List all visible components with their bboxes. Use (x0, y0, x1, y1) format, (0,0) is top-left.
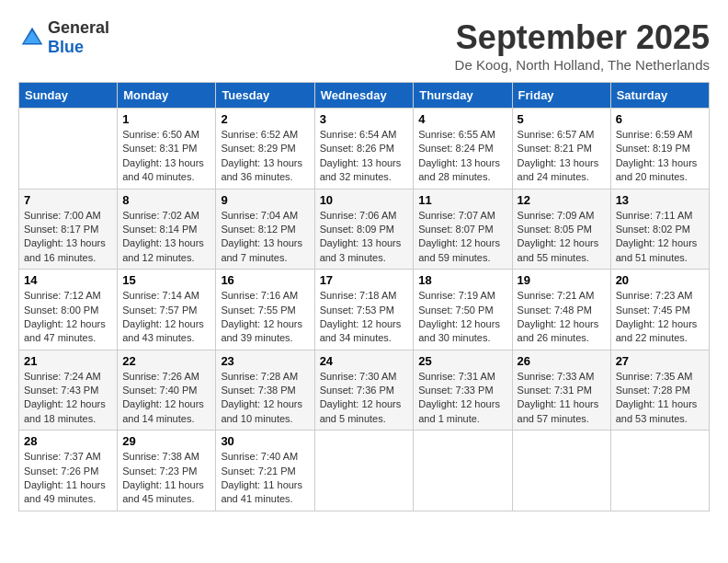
day-number: 6 (616, 112, 704, 126)
day-info-line: Daylight: 12 hours (518, 318, 599, 329)
calendar-cell: 24Sunrise: 7:30 AMSunset: 7:36 PMDayligh… (314, 350, 414, 431)
day-info-line: Sunrise: 7:12 AM (24, 290, 101, 301)
day-info-line: Sunset: 8:31 PM (122, 143, 197, 154)
calendar-cell: 19Sunrise: 7:21 AMSunset: 7:48 PMDayligh… (512, 270, 610, 350)
weekday-header-row: SundayMondayTuesdayWednesdayThursdayFrid… (19, 83, 710, 109)
day-number: 24 (320, 354, 409, 368)
day-info: Sunrise: 7:35 AMSunset: 7:28 PMDaylight:… (616, 370, 704, 427)
weekday-header-thursday: Thursday (414, 83, 512, 109)
weekday-header-tuesday: Tuesday (216, 83, 314, 109)
day-info-line: and 41 minutes. (221, 493, 292, 504)
day-info-line: Daylight: 12 hours (418, 237, 500, 248)
day-number: 8 (122, 193, 210, 207)
day-info-line: and 51 minutes. (616, 252, 688, 263)
day-info: Sunrise: 7:18 AMSunset: 7:53 PMDaylight:… (320, 289, 409, 346)
day-info-line: Sunset: 7:36 PM (320, 385, 394, 396)
calendar-cell: 21Sunrise: 7:24 AMSunset: 7:43 PMDayligh… (19, 350, 118, 431)
day-info-line: Sunrise: 7:30 AM (320, 371, 397, 382)
day-info-line: Sunrise: 7:09 AM (518, 210, 595, 221)
day-info-line: Daylight: 13 hours (616, 157, 698, 168)
day-info-line: Sunrise: 7:18 AM (320, 290, 397, 301)
day-info-line: and 16 minutes. (24, 252, 96, 263)
day-info-line: Daylight: 12 hours (24, 318, 106, 329)
day-info-line: Sunrise: 7:06 AM (320, 210, 397, 221)
day-info-line: Sunrise: 6:59 AM (616, 129, 693, 140)
calendar-cell: 7Sunrise: 7:00 AMSunset: 8:17 PMDaylight… (19, 189, 118, 270)
day-info-line: Sunrise: 6:50 AM (122, 129, 199, 140)
calendar-cell: 13Sunrise: 7:11 AMSunset: 8:02 PMDayligh… (610, 189, 709, 270)
day-info: Sunrise: 7:26 AMSunset: 7:40 PMDaylight:… (122, 370, 210, 427)
day-info-line: and 10 minutes. (221, 413, 292, 424)
calendar-week-row: 28Sunrise: 7:37 AMSunset: 7:26 PMDayligh… (19, 431, 710, 511)
weekday-header-saturday: Saturday (610, 83, 709, 109)
day-info-line: Daylight: 12 hours (122, 398, 204, 409)
day-number: 22 (122, 354, 210, 368)
calendar-cell: 14Sunrise: 7:12 AMSunset: 8:00 PMDayligh… (19, 270, 118, 350)
day-info-line: Sunrise: 7:31 AM (418, 371, 495, 382)
day-info: Sunrise: 7:00 AMSunset: 8:17 PMDaylight:… (24, 209, 112, 266)
day-info-line: Sunset: 8:17 PM (24, 224, 98, 235)
day-info-line: Sunset: 7:40 PM (122, 385, 197, 396)
day-info-line: and 36 minutes. (221, 171, 292, 182)
page-header: General Blue September 2025 De Koog, Nor… (18, 18, 710, 73)
calendar-cell: 18Sunrise: 7:19 AMSunset: 7:50 PMDayligh… (414, 270, 512, 350)
day-info-line: and 7 minutes. (221, 252, 287, 263)
day-info-line: and 26 minutes. (518, 332, 589, 343)
day-info: Sunrise: 6:54 AMSunset: 8:26 PMDaylight:… (320, 128, 409, 185)
day-info: Sunrise: 7:14 AMSunset: 7:57 PMDaylight:… (122, 289, 210, 346)
day-number: 29 (122, 434, 210, 448)
day-info-line: Daylight: 12 hours (418, 318, 500, 329)
day-info-line: and 49 minutes. (24, 493, 96, 504)
day-info: Sunrise: 7:06 AMSunset: 8:09 PMDaylight:… (320, 209, 409, 266)
weekday-header-friday: Friday (512, 83, 610, 109)
day-info: Sunrise: 7:04 AMSunset: 8:12 PMDaylight:… (221, 209, 309, 266)
day-number: 11 (418, 193, 506, 207)
day-number: 17 (320, 273, 409, 287)
day-info-line: Daylight: 11 hours (518, 398, 599, 409)
calendar-cell (414, 431, 512, 511)
day-info: Sunrise: 7:11 AMSunset: 8:02 PMDaylight:… (616, 209, 704, 266)
day-info: Sunrise: 7:19 AMSunset: 7:50 PMDaylight:… (418, 289, 506, 346)
day-info-line: and 12 minutes. (122, 252, 194, 263)
day-info: Sunrise: 6:52 AMSunset: 8:29 PMDaylight:… (221, 128, 309, 185)
day-info: Sunrise: 7:23 AMSunset: 7:45 PMDaylight:… (616, 289, 704, 346)
day-info-line: Sunrise: 7:40 AM (221, 451, 298, 462)
day-number: 23 (221, 354, 309, 368)
day-info-line: Sunset: 7:53 PM (320, 304, 394, 316)
day-info-line: Sunset: 7:50 PM (418, 304, 493, 316)
day-info: Sunrise: 7:24 AMSunset: 7:43 PMDaylight:… (24, 370, 112, 427)
day-info-line: Sunset: 7:38 PM (221, 385, 295, 396)
day-number: 20 (616, 273, 704, 287)
day-number: 26 (518, 354, 606, 368)
day-info-line: Sunrise: 7:26 AM (122, 371, 199, 382)
day-info-line: Daylight: 12 hours (320, 318, 402, 329)
day-number: 27 (616, 354, 704, 368)
day-info-line: Sunrise: 7:11 AM (616, 210, 693, 221)
day-info: Sunrise: 7:07 AMSunset: 8:07 PMDaylight:… (418, 209, 506, 266)
day-info-line: Sunrise: 6:55 AM (418, 129, 495, 140)
day-info: Sunrise: 7:21 AMSunset: 7:48 PMDaylight:… (518, 289, 606, 346)
day-info: Sunrise: 7:40 AMSunset: 7:21 PMDaylight:… (221, 450, 309, 507)
day-info-line: Sunset: 8:12 PM (221, 224, 295, 235)
day-number: 15 (122, 273, 210, 287)
calendar-cell: 4Sunrise: 6:55 AMSunset: 8:24 PMDaylight… (414, 109, 512, 190)
day-info-line: Daylight: 12 hours (122, 318, 204, 329)
day-info-line: Sunset: 8:07 PM (418, 224, 493, 235)
calendar-cell: 2Sunrise: 6:52 AMSunset: 8:29 PMDaylight… (216, 109, 314, 190)
calendar-cell: 20Sunrise: 7:23 AMSunset: 7:45 PMDayligh… (610, 270, 709, 350)
day-info-line: Sunrise: 6:54 AM (320, 129, 397, 140)
day-info: Sunrise: 7:31 AMSunset: 7:33 PMDaylight:… (418, 370, 506, 427)
day-info-line: and 1 minute. (418, 413, 480, 424)
logo-icon (18, 24, 46, 52)
calendar-table: SundayMondayTuesdayWednesdayThursdayFrid… (18, 82, 710, 511)
day-info-line: and 55 minutes. (518, 252, 589, 263)
day-info-line: Sunrise: 7:28 AM (221, 371, 298, 382)
day-number: 19 (518, 273, 606, 287)
day-info-line: Daylight: 13 hours (122, 237, 204, 248)
day-info: Sunrise: 7:30 AMSunset: 7:36 PMDaylight:… (320, 370, 409, 427)
calendar-cell: 9Sunrise: 7:04 AMSunset: 8:12 PMDaylight… (216, 189, 314, 270)
day-info-line: Sunrise: 7:19 AM (418, 290, 495, 301)
day-info-line: Daylight: 12 hours (24, 398, 106, 409)
day-info-line: Sunset: 7:21 PM (221, 465, 295, 477)
day-info-line: Daylight: 12 hours (221, 318, 302, 329)
